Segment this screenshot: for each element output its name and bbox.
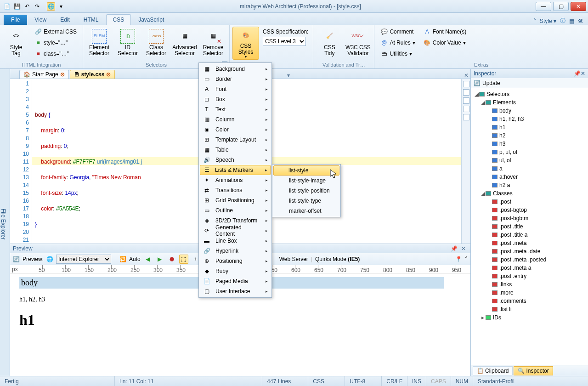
tree-class--post-bgtop[interactable]: .post-bgtop — [472, 206, 587, 214]
help-icon[interactable]: ⓘ — [560, 17, 565, 25]
style-attr-button[interactable]: ■style="…" — [31, 38, 80, 48]
comment-button[interactable]: 💬Comment — [377, 27, 418, 37]
rail-btn-5[interactable] — [463, 114, 469, 120]
menu-item-text[interactable]: TText▸ — [200, 104, 271, 114]
submenu-item-list-style-type[interactable]: list-style-type — [273, 196, 339, 206]
tab-html[interactable]: HTML — [77, 15, 105, 25]
tree-class--more[interactable]: .more — [472, 289, 587, 297]
tools-icon[interactable]: 🛠 — [578, 18, 583, 24]
tree-selectors[interactable]: ◢Selectors — [472, 90, 587, 98]
maximize-button[interactable]: ▢ — [553, 2, 569, 11]
doctab-start-page[interactable]: 🏠Start Page⊗ — [19, 70, 69, 79]
menu-item-speech[interactable]: 🔊Speech▸ — [200, 155, 271, 165]
menu-item-color[interactable]: ◉Color▸ — [200, 125, 271, 135]
menu-item-paged-media[interactable]: 📄Paged Media▸ — [200, 276, 271, 286]
tab-javascript[interactable]: JavaScript — [132, 15, 170, 25]
class-attr-button[interactable]: ■class="…" — [31, 49, 80, 59]
chevron-up-icon[interactable]: ˄ — [465, 256, 468, 262]
qat-preview-icon[interactable]: 🌐 — [47, 2, 55, 11]
auto-icon[interactable]: 🔁 — [119, 256, 126, 262]
chevron-up-icon[interactable]: ˄ — [533, 18, 536, 24]
tree-class--post-meta-date[interactable]: .post .meta .date — [472, 247, 587, 255]
rail-btn-4[interactable] — [463, 106, 469, 112]
qat-save-icon[interactable]: 💾 — [13, 2, 21, 11]
tree-elem-h1-h2-h3[interactable]: h1, h2, h3 — [472, 115, 587, 123]
tree-elem-ul-ol[interactable]: ul, ol — [472, 156, 587, 165]
doctab-stylecss[interactable]: 🖹style.css⊗ — [70, 70, 115, 79]
menu-item-box[interactable]: ◻Box▸ — [200, 94, 271, 104]
rail-btn-1[interactable] — [463, 81, 469, 87]
qat-dropdown-icon[interactable]: ▾ — [57, 2, 65, 11]
tree-class--list-li[interactable]: .list li — [472, 305, 587, 313]
css-tidy-button[interactable]: 🧹CSS Tidy — [316, 27, 343, 60]
tree-class--post-meta-a[interactable]: .post .meta a — [472, 264, 587, 272]
close-tab-icon[interactable]: ⊗ — [60, 71, 65, 78]
close-button[interactable]: ✕ — [571, 2, 586, 11]
tree-class--post-bgbtm[interactable]: .post-bgbtm — [472, 214, 587, 222]
select-tool-icon[interactable]: ⬚ — [179, 255, 188, 264]
tab-css[interactable]: CSS — [106, 14, 131, 25]
menu-item-background[interactable]: ▦Background▸ — [200, 64, 271, 74]
tree-ids[interactable]: ▸IDs — [472, 313, 587, 322]
tree-elem-a[interactable]: a — [472, 165, 587, 173]
inspector-close-icon[interactable]: ✕ — [581, 70, 585, 77]
panel-close-icon[interactable]: ✕ — [464, 72, 469, 79]
tree-class--post[interactable]: .post — [472, 198, 587, 206]
tree-classes[interactable]: ◢Classes — [472, 189, 587, 198]
menu-item-user-interface[interactable]: ▢User Interface▸ — [200, 286, 271, 296]
tree-class--post-meta-posted[interactable]: .post .meta .posted — [472, 255, 587, 264]
menu-item-table[interactable]: ▦Table▸ — [200, 145, 271, 155]
tab-view[interactable]: View — [28, 15, 53, 25]
minimize-button[interactable]: — — [536, 2, 551, 11]
tree-class--links[interactable]: .links — [472, 280, 587, 289]
advanced-selector-button[interactable]: ▦Advanced Selector — [171, 27, 198, 60]
tab-clipboard[interactable]: 📋Clipboard — [473, 366, 513, 375]
submenu-item-list-style-position[interactable]: list-style-position — [273, 186, 339, 196]
inspector-tree[interactable]: ◢Selectors◢Elementsbodyh1, h2, h3h1h2h3p… — [471, 88, 588, 365]
close-tab-icon[interactable]: ⊗ — [106, 71, 111, 78]
utilities-button[interactable]: 🗃Utilities ▾ — [377, 49, 418, 59]
rail-btn-2[interactable] — [463, 89, 469, 96]
tree-class--comments[interactable]: .comments — [472, 297, 587, 305]
css-spec-select[interactable]: CSS Level 3 — [263, 37, 306, 46]
preview-pin-icon[interactable]: 📌 — [449, 245, 459, 252]
tree-elem-body[interactable]: body — [472, 107, 587, 115]
rail-btn-3[interactable] — [463, 97, 469, 104]
tree-elements[interactable]: ◢Elements — [472, 98, 587, 107]
tab-edit[interactable]: Edit — [54, 15, 76, 25]
tree-class--post-title-a[interactable]: .post .title a — [472, 231, 587, 239]
menu-item-ruby[interactable]: ◆Ruby▸ — [200, 266, 271, 276]
menu-item-lists-markers[interactable]: ☰Lists & Markers▸ — [200, 165, 271, 175]
class-selector-button[interactable]: .classClass Selector — [143, 27, 170, 60]
tree-class--post-title[interactable]: .post .title — [472, 222, 587, 231]
nav-stop-icon[interactable]: ⬣ — [167, 255, 176, 264]
menu-item-transitions[interactable]: ⇄Transitions▸ — [200, 185, 271, 195]
nav-back-icon[interactable]: ◀ — [143, 255, 153, 264]
tree-elem-h1[interactable]: h1 — [472, 123, 587, 131]
tree-class--post-entry[interactable]: .post .entry — [472, 272, 587, 280]
submenu-item-list-style-image[interactable]: list-style-image — [273, 176, 339, 186]
window-icon[interactable]: ▦ — [569, 18, 574, 24]
browser-select[interactable]: Internet Explorer — [56, 255, 111, 264]
nav-fwd-icon[interactable]: ▶ — [155, 255, 164, 264]
menu-item-template-layout[interactable]: ⊞Template Layout▸ — [200, 135, 271, 145]
menu-item-column[interactable]: ▥Column▸ — [200, 114, 271, 125]
menu-item-outline[interactable]: ▭Outline▸ — [200, 205, 271, 216]
panel-autohide-icon[interactable]: ▾ — [287, 72, 290, 79]
tree-class--post-meta[interactable]: .post .meta — [472, 239, 587, 247]
menu-item-line-box[interactable]: ▬Line Box▸ — [200, 236, 271, 246]
tree-elem-a-hover[interactable]: a:hover — [472, 173, 587, 181]
menu-item-hyperlink[interactable]: 🔗Hyperlink▸ — [200, 246, 271, 256]
tree-elem-p-ul-ol[interactable]: p, ul, ol — [472, 148, 587, 156]
w3c-validator-button[interactable]: W3C✓W3C CSS Validator — [345, 27, 371, 60]
style-tag-button[interactable]: <>Style Tag — [3, 27, 29, 60]
refresh-icon[interactable]: 🔄 — [13, 256, 20, 262]
color-value-button[interactable]: 🎨Color Value ▾ — [420, 38, 469, 48]
menu-item-animations[interactable]: ✦Animations▸ — [200, 175, 271, 185]
inspector-update-button[interactable]: 🔄Update — [471, 78, 588, 88]
id-selector-button[interactable]: IDID Selector — [114, 27, 141, 60]
menu-item-grid-positioning[interactable]: ⊞Grid Positioning▸ — [200, 195, 271, 205]
font-names-button[interactable]: AFont Name(s) — [420, 27, 469, 37]
submenu-item-list-style[interactable]: list-style — [273, 165, 339, 176]
style-dropdown[interactable]: Style ▾ — [540, 18, 556, 24]
